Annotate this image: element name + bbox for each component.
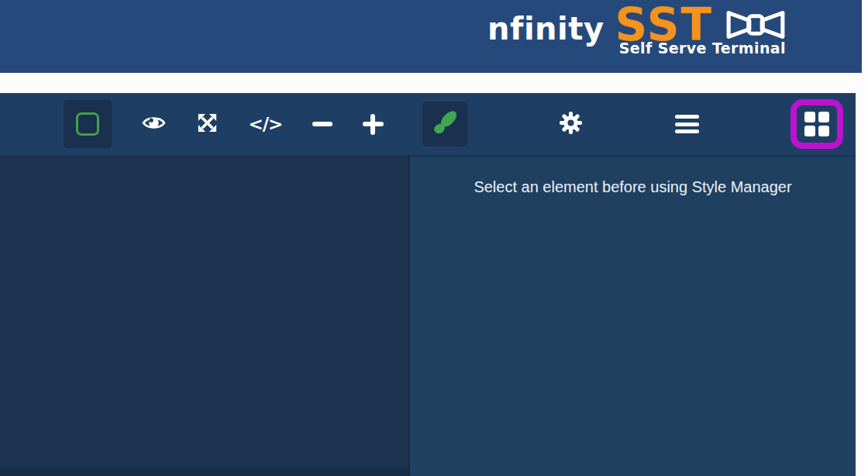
editor-toolbar: </> xyxy=(0,93,856,155)
app-header: nfinity SST Self Serve Terminal xyxy=(0,0,862,73)
logo: nfinity SST Self Serve Terminal xyxy=(487,2,787,57)
workspace: Select an element before using Style Man… xyxy=(0,155,856,476)
eye-icon xyxy=(142,114,166,134)
zoom-in-button[interactable] xyxy=(363,114,384,135)
canvas-bottom-edge xyxy=(0,468,408,476)
blocks-button[interactable] xyxy=(804,112,829,136)
expand-arrows-icon xyxy=(196,112,219,136)
gear-icon xyxy=(559,111,583,137)
canvas-actions-toolbar: </> xyxy=(64,93,384,155)
view-code-button[interactable]: </> xyxy=(248,114,282,134)
toggle-borders-button[interactable] xyxy=(64,100,112,148)
style-manager-empty-message: Select an element before using Style Man… xyxy=(410,178,856,196)
preview-button[interactable] xyxy=(142,114,166,134)
canvas[interactable] xyxy=(0,155,410,476)
blocks-grid-icon xyxy=(804,112,829,136)
bowtie-icon xyxy=(724,7,787,43)
plus-icon xyxy=(363,114,384,135)
paintbrush-icon xyxy=(431,109,459,140)
logo-tagline: Self Serve Terminal xyxy=(619,40,787,57)
click-highlight-ring xyxy=(790,99,843,149)
layers-button[interactable] xyxy=(675,115,699,133)
panel-switcher-toolbar xyxy=(410,93,856,155)
fullscreen-button[interactable] xyxy=(196,112,219,136)
zoom-out-button[interactable] xyxy=(312,122,332,126)
logo-text-nfinity: nfinity xyxy=(487,11,604,47)
hamburger-icon xyxy=(675,115,699,133)
style-manager-button[interactable] xyxy=(422,102,467,147)
code-icon: </> xyxy=(248,114,282,134)
editor: </> xyxy=(0,93,856,476)
square-outline-icon xyxy=(76,112,99,136)
style-manager-panel: Select an element before using Style Man… xyxy=(410,155,856,476)
settings-button[interactable] xyxy=(559,111,583,137)
minus-icon xyxy=(312,122,332,126)
